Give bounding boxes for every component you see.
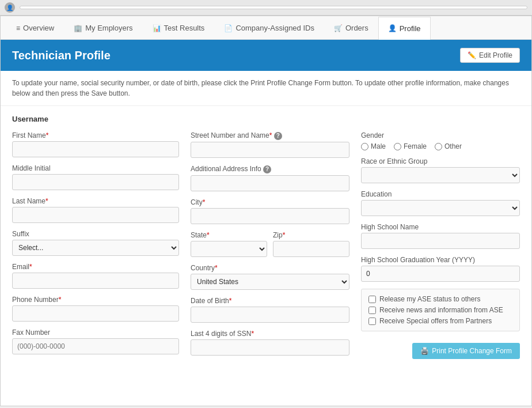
- street-label: Street Number and Name* ?: [191, 131, 349, 140]
- edit-icon: ✏️: [468, 51, 476, 59]
- street-help-icon[interactable]: ?: [274, 132, 282, 140]
- first-name-label: First Name*: [12, 131, 179, 139]
- tab-employers[interactable]: 🏢 My Employers: [64, 16, 142, 39]
- tab-overview-label: Overview: [23, 24, 54, 32]
- gender-male-option[interactable]: Male: [361, 142, 386, 150]
- race-label: Race or Ethnic Group: [361, 157, 520, 165]
- print-button-label: Print Profile Change Form: [432, 347, 512, 355]
- tab-company-ids[interactable]: 📄 Company-Assigned IDs: [214, 16, 324, 39]
- state-zip-group: State* Zip*: [191, 231, 349, 257]
- middle-initial-input[interactable]: [12, 174, 179, 190]
- test-results-icon: 📊: [153, 24, 161, 32]
- suffix-group: Suffix Select... Jr. Sr. II III IV: [12, 230, 179, 256]
- edit-profile-button[interactable]: ✏️ Edit Profile: [460, 48, 520, 63]
- gender-other-radio[interactable]: [435, 143, 442, 150]
- country-group: Country* United States Canada Mexico: [191, 264, 349, 290]
- checkbox-offers-label: Receive Special offers from Partners: [379, 317, 492, 325]
- zip-subgroup: Zip*: [273, 231, 349, 257]
- education-group: Education: [361, 190, 520, 216]
- country-label: Country*: [191, 264, 349, 272]
- address2-group: Additional Address Info ?: [191, 165, 349, 191]
- print-profile-button[interactable]: 🖨️ Print Profile Change Form: [412, 343, 520, 359]
- checkbox-offers[interactable]: [368, 318, 376, 325]
- hs-year-label: High School Graduation Year (YYYY): [361, 256, 520, 264]
- main-content: Technician Profile ✏️ Edit Profile To up…: [1, 40, 531, 406]
- checkbox-news[interactable]: [368, 307, 376, 314]
- tab-orders-label: Orders: [345, 24, 368, 32]
- dob-group: Date of Birth*: [191, 297, 349, 323]
- gender-female-radio[interactable]: [394, 143, 401, 150]
- tab-orders[interactable]: 🛒 Orders: [324, 16, 378, 39]
- last-name-label: Last Name*: [12, 197, 179, 205]
- tab-employers-label: My Employers: [85, 24, 132, 32]
- email-input[interactable]: [12, 273, 179, 289]
- fax-group: Fax Number: [12, 328, 179, 354]
- company-ids-icon: 📄: [224, 24, 233, 32]
- gender-female-option[interactable]: Female: [394, 142, 427, 150]
- browser-url[interactable]: [20, 6, 527, 9]
- city-input[interactable]: [191, 208, 349, 224]
- suffix-select[interactable]: Select... Jr. Sr. II III IV: [12, 240, 179, 256]
- checkbox-release-option[interactable]: Release my ASE status to others: [368, 295, 512, 303]
- address2-label: Additional Address Info ?: [191, 165, 349, 173]
- gender-female-label: Female: [404, 142, 427, 150]
- tab-overview[interactable]: ≡ Overview: [6, 16, 64, 39]
- email-label: Email*: [12, 263, 179, 271]
- state-subgroup: State*: [191, 231, 267, 257]
- city-label: City*: [191, 198, 349, 206]
- last-name-group: Last Name*: [12, 197, 179, 223]
- state-select[interactable]: [191, 241, 267, 257]
- last-name-input[interactable]: [12, 207, 179, 223]
- middle-initial-group: Middle Initial: [12, 164, 179, 190]
- employers-icon: 🏢: [74, 24, 82, 32]
- suffix-label: Suffix: [12, 230, 179, 238]
- form-column-3: Gender Male Female: [361, 131, 520, 362]
- hs-year-group: High School Graduation Year (YYYY): [361, 256, 520, 282]
- tab-company-ids-label: Company-Assigned IDs: [235, 24, 314, 32]
- tab-profile[interactable]: 👤 Profile: [378, 17, 431, 40]
- country-select[interactable]: United States Canada Mexico: [191, 274, 349, 290]
- gender-other-option[interactable]: Other: [435, 142, 462, 150]
- form-area: Username First Name* Middle Initial: [1, 106, 531, 371]
- info-text: To update your name, social security num…: [1, 71, 531, 106]
- username-label: Username: [12, 115, 48, 123]
- form-grid: First Name* Middle Initial Last Name*: [12, 131, 520, 362]
- address2-help-icon[interactable]: ?: [263, 165, 271, 173]
- nav-tabs: ≡ Overview 🏢 My Employers 📊 Test Results…: [1, 16, 531, 40]
- gender-label: Gender: [361, 131, 520, 139]
- orders-icon: 🛒: [334, 24, 343, 32]
- education-label: Education: [361, 190, 520, 198]
- browser-user-icon: 👤: [5, 2, 15, 13]
- checkbox-offers-option[interactable]: Receive Special offers from Partners: [368, 317, 512, 325]
- gender-male-radio[interactable]: [361, 143, 368, 150]
- edit-profile-label: Edit Profile: [479, 51, 512, 59]
- dob-input[interactable]: [191, 307, 349, 323]
- fax-label: Fax Number: [12, 328, 179, 337]
- checkbox-release-label: Release my ASE status to others: [379, 295, 480, 303]
- education-select[interactable]: [361, 200, 520, 216]
- phone-input[interactable]: [12, 305, 179, 322]
- profile-icon: 👤: [388, 24, 397, 32]
- zip-input[interactable]: [273, 241, 349, 257]
- race-select[interactable]: [361, 167, 520, 183]
- tab-test-results[interactable]: 📊 Test Results: [143, 16, 215, 39]
- hs-year-input[interactable]: [361, 266, 520, 282]
- checkbox-release[interactable]: [368, 296, 376, 303]
- ssn-input[interactable]: [191, 339, 349, 356]
- street-input[interactable]: [191, 142, 349, 158]
- checkbox-news-label: Receive news and information from ASE: [379, 306, 503, 314]
- gender-group: Gender Male Female: [361, 131, 520, 150]
- dob-label: Date of Birth*: [191, 297, 349, 305]
- fax-input[interactable]: [12, 338, 179, 354]
- first-name-group: First Name*: [12, 131, 179, 157]
- gender-options: Male Female Other: [361, 142, 520, 150]
- zip-label: Zip*: [273, 231, 349, 239]
- address2-input[interactable]: [191, 175, 349, 191]
- checkbox-news-option[interactable]: Receive news and information from ASE: [368, 306, 512, 314]
- first-name-input[interactable]: [12, 141, 179, 157]
- hs-name-label: High School Name: [361, 223, 520, 231]
- gender-other-label: Other: [444, 142, 462, 150]
- hs-name-input[interactable]: [361, 233, 520, 249]
- gender-male-label: Male: [371, 142, 386, 150]
- checkboxes-area: Release my ASE status to others Receive …: [361, 289, 520, 331]
